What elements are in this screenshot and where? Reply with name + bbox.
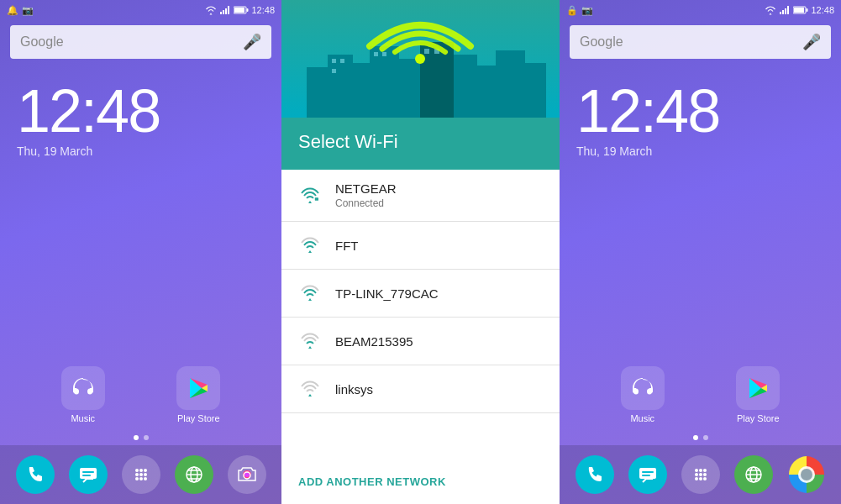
svg-rect-36 <box>353 63 370 118</box>
wifi-dialog: Select Wi-Fi NETGEAR Connected <box>281 0 560 504</box>
phone-icon-left <box>24 464 46 486</box>
signal-icon <box>219 5 231 15</box>
playstore-icon-left <box>176 366 220 410</box>
clock-date-right: Thu, 19 March <box>576 144 652 158</box>
apps-icon-right <box>690 464 712 486</box>
search-bar-right[interactable]: Google 🎤 <box>570 25 831 59</box>
wifi-dialog-title: Select Wi-Fi <box>298 131 398 152</box>
svg-rect-42 <box>496 50 525 118</box>
svg-rect-47 <box>424 49 429 54</box>
svg-rect-55 <box>785 8 786 14</box>
svg-rect-13 <box>80 468 97 479</box>
svg-rect-41 <box>477 66 496 118</box>
playstore-icon-right <box>736 366 780 410</box>
signal-icon-right <box>779 5 791 15</box>
page-indicators-right <box>560 430 841 445</box>
svg-point-61 <box>647 389 652 395</box>
svg-rect-46 <box>332 69 336 73</box>
music-app-right[interactable]: Music <box>621 366 665 423</box>
svg-point-19 <box>135 473 139 476</box>
wifi-network-list[interactable]: NETGEAR Connected FFT <box>281 170 560 459</box>
svg-rect-0 <box>220 12 222 14</box>
playstore-label-right: Play Store <box>737 413 780 423</box>
browser-icon-right <box>743 464 765 486</box>
camera-dock-right[interactable] <box>787 455 826 494</box>
svg-rect-58 <box>807 8 808 12</box>
phone-icon-right <box>584 464 606 486</box>
fft-name: FFT <box>335 239 359 253</box>
browser-icon-left <box>183 464 205 486</box>
playstore-app-left[interactable]: Play Store <box>176 366 220 423</box>
clock-time-right: 12:48 <box>576 81 719 141</box>
left-panel: 🔔 📷 12:48 <box>0 0 281 504</box>
netgear-status: Connected <box>335 197 397 209</box>
svg-rect-68 <box>642 475 650 476</box>
camera-dock-left[interactable] <box>228 455 266 494</box>
bottom-dock-right <box>560 445 841 504</box>
svg-point-20 <box>139 473 143 476</box>
fft-info: FFT <box>335 239 359 253</box>
svg-rect-40 <box>454 55 477 118</box>
browser-dock-right[interactable] <box>734 455 773 494</box>
status-bar-right: 🔒 📷 12:48 <box>560 0 841 20</box>
camera-icon-right <box>787 455 826 494</box>
wifi-item-tplink[interactable]: TP-LINK_779CAC <box>281 270 560 318</box>
apps-dock-left[interactable] <box>122 455 160 494</box>
svg-rect-43 <box>525 63 546 118</box>
svg-rect-1 <box>223 10 224 14</box>
svg-rect-59 <box>794 8 804 13</box>
phone-dock-left[interactable] <box>16 455 55 494</box>
svg-rect-45 <box>340 59 344 63</box>
wifi-item-beam[interactable]: BEAM215395 <box>281 318 560 365</box>
svg-rect-54 <box>782 10 784 14</box>
svg-rect-52 <box>315 197 318 201</box>
notif-icon-right: 📷 <box>581 5 593 16</box>
battery-icon <box>234 5 249 15</box>
mic-icon-left[interactable]: 🎤 <box>243 33 261 51</box>
message-dock-right[interactable] <box>628 455 667 494</box>
wifi-item-netgear[interactable]: NETGEAR Connected <box>281 170 560 222</box>
app-dock-left: Music Play Store <box>0 366 281 430</box>
notification-icon: 🔔 <box>7 5 18 16</box>
tplink-info: TP-LINK_779CAC <box>335 286 439 301</box>
svg-point-60 <box>633 389 639 395</box>
add-network-section[interactable]: ADD ANOTHER NETWORK <box>281 459 560 504</box>
svg-point-85 <box>801 469 812 480</box>
add-network-label[interactable]: ADD ANOTHER NETWORK <box>298 475 446 488</box>
search-bar-left[interactable]: Google 🎤 <box>10 25 271 59</box>
svg-point-71 <box>703 469 707 472</box>
playstore-svg-left <box>183 373 213 403</box>
phone-dock-right[interactable] <box>576 455 614 494</box>
apps-dock-right[interactable] <box>681 455 720 494</box>
wifi-scene-svg <box>281 0 560 118</box>
svg-point-72 <box>695 473 698 476</box>
status-bar-left: 🔔 📷 12:48 <box>0 0 281 20</box>
status-bar-right-icons: 12:48 <box>205 5 275 15</box>
playstore-app-right[interactable]: Play Store <box>736 366 780 423</box>
music-label-left: Music <box>71 413 95 423</box>
svg-point-74 <box>703 473 707 476</box>
linksys-name: linksys <box>335 382 373 396</box>
music-label-right: Music <box>630 413 654 423</box>
page-dot-2-right <box>703 435 708 440</box>
screenshot-icon: 📷 <box>22 5 34 16</box>
svg-point-69 <box>695 469 698 472</box>
wifi-item-linksys[interactable]: linksys <box>281 365 560 413</box>
bottom-dock-left <box>0 445 281 504</box>
mic-icon-right[interactable]: 🎤 <box>802 33 821 51</box>
wifi-title-area: Select Wi-Fi <box>281 118 560 170</box>
music-app-left[interactable]: Music <box>61 366 105 423</box>
battery-icon-right <box>793 5 808 15</box>
music-icon-right <box>621 366 665 410</box>
svg-point-16 <box>135 469 139 472</box>
message-icon-left <box>77 464 99 486</box>
svg-rect-14 <box>82 471 94 473</box>
browser-dock-left[interactable] <box>175 455 213 494</box>
svg-rect-34 <box>307 67 328 118</box>
beam-name: BEAM215395 <box>335 334 413 349</box>
music-icon-left <box>61 366 105 410</box>
wifi-item-fft[interactable]: FFT <box>281 222 560 270</box>
message-dock-left[interactable] <box>69 455 108 494</box>
svg-point-7 <box>74 389 79 395</box>
wifi-illustration <box>281 0 560 118</box>
